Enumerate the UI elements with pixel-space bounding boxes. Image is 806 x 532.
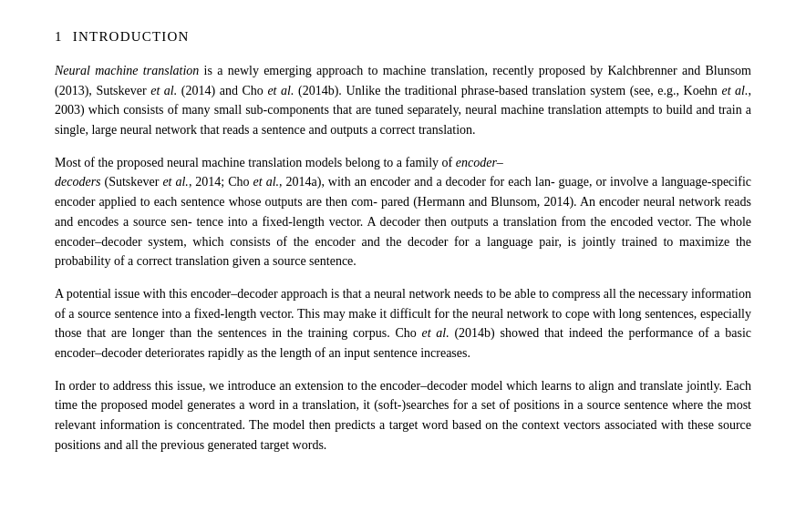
italic-encoder-decoder: encoder–decoders [55, 156, 503, 189]
paragraph-2: Most of the proposed neural machine tran… [55, 153, 751, 271]
etal-1: et al. [150, 84, 177, 97]
section-number: 1 [55, 29, 62, 45]
paragraph-3: A potential issue with this encoder–deco… [55, 284, 751, 363]
paragraph-1: Neural machine translation is a newly em… [55, 61, 751, 140]
etal-3: et al. [721, 84, 748, 97]
etal-6: et al. [422, 326, 450, 340]
etal-5: et al. [253, 175, 279, 189]
page: 1 Introduction Neural machine translatio… [0, 0, 806, 496]
etal-4: et al. [162, 175, 188, 189]
italic-term: Neural machine translation [55, 64, 199, 77]
section-title: Introduction [73, 29, 190, 45]
section-header: 1 Introduction [55, 29, 751, 45]
etal-2: et al. [267, 84, 294, 97]
paragraph-4: In order to address this issue, we intro… [55, 376, 751, 455]
